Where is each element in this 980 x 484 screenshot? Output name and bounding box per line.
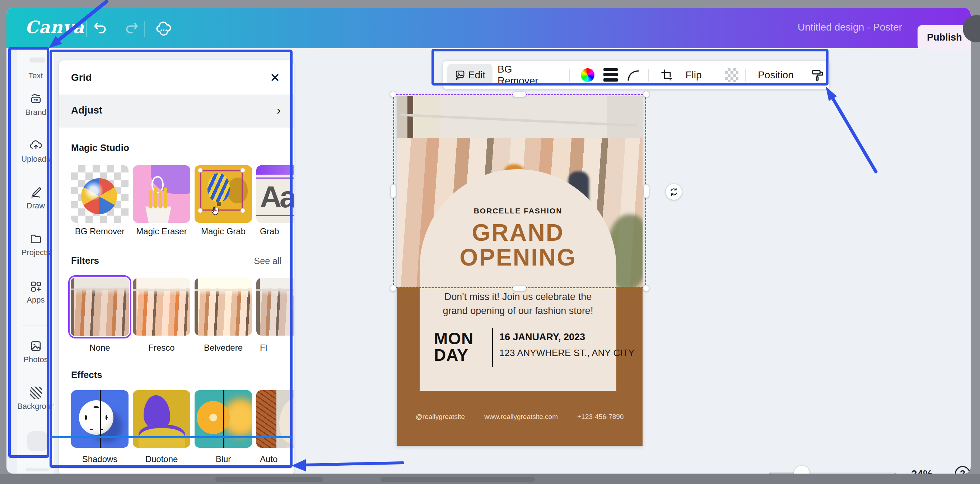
zoom-level-label[interactable]: 24% [911, 468, 932, 474]
apps-grid-icon [17, 280, 54, 293]
sidebar-item-text[interactable]: Text [17, 69, 54, 80]
poster-title-line1: GRAND [472, 219, 564, 246]
grab-handle-dot [198, 168, 202, 173]
poster-title: GRAND OPENING [420, 220, 616, 270]
thumb-label: BG Remover [69, 226, 130, 236]
curve-button[interactable] [622, 61, 644, 89]
hand-cursor-icon [210, 206, 221, 216]
edit-image-icon [455, 70, 465, 80]
folder-icon [17, 232, 54, 246]
selection-handle-top-left[interactable] [390, 91, 396, 97]
poster-footer: @reallygreatsite www.reallygreatsite.com… [397, 413, 643, 421]
selection-handle-left[interactable] [391, 184, 396, 198]
poster-divider [492, 328, 493, 367]
filters-see-all-link[interactable]: See all [254, 256, 282, 266]
effects-heading: Effects [71, 369, 102, 380]
color-picker-button[interactable] [576, 61, 599, 89]
magic-studio-item-magic-eraser[interactable] [133, 165, 190, 223]
sidebar-item-brand[interactable]: co Brand [17, 92, 54, 117]
header-divider [144, 21, 145, 37]
undo-button[interactable] [90, 17, 111, 39]
grabtext-art [256, 177, 294, 179]
screenshot-stage: Canva Untitled design - Poste [0, 0, 980, 484]
canva-logo[interactable]: Canva [25, 17, 84, 37]
background-texture-icon [17, 386, 54, 399]
cloud-save-button[interactable] [153, 17, 175, 39]
transparency-button[interactable] [720, 61, 743, 89]
stroke-weight-icon [603, 68, 618, 81]
filter-thumb-fresco[interactable] [133, 278, 190, 335]
sidebar-placeholder-tile [27, 431, 48, 451]
position-button[interactable]: Position [752, 61, 799, 89]
thumb-label: Shadows [69, 454, 130, 464]
bg-remover-button[interactable]: BG Remover [498, 61, 555, 89]
sidebar-item-uploads[interactable]: Uploads [17, 139, 54, 164]
effect-thumb-autofocus[interactable] [256, 390, 294, 448]
poster-subtitle: Don't miss it! Join us celebrate the gra… [420, 290, 616, 318]
effect-art [279, 397, 294, 448]
photo-icon [17, 339, 54, 353]
upload-cloud-icon [17, 139, 54, 152]
filter-thumb-none [71, 278, 129, 336]
grab-handle-dot [240, 208, 245, 213]
adjust-row[interactable]: Adjust › [59, 94, 294, 128]
close-icon[interactable]: ✕ [267, 70, 283, 86]
copy-style-button[interactable] [808, 61, 827, 89]
filter-art [133, 278, 190, 335]
flip-button[interactable]: Flip [679, 61, 708, 89]
poster-day-line1: MON [434, 329, 474, 348]
selection-handle-top-right[interactable] [643, 91, 649, 97]
effect-thumb-duotone[interactable] [133, 390, 190, 448]
selection-handle-top[interactable] [512, 92, 526, 97]
redo-button[interactable] [121, 17, 142, 39]
header-divider [86, 21, 87, 37]
toolbar-divider [745, 69, 746, 81]
effect-art [197, 401, 230, 434]
draw-pencil-icon [17, 185, 54, 199]
crop-button[interactable] [657, 61, 677, 89]
poster-canvas-page[interactable]: BORCELLE FASHION GRAND OPENING Don't mis… [397, 96, 643, 446]
thumb-label: Magic Eraser [130, 226, 192, 236]
stroke-weight-button[interactable] [600, 61, 621, 89]
selection-handle-bottom-left[interactable] [390, 285, 396, 291]
eraser-art [159, 190, 162, 208]
sidebar-item-label: Uploads [17, 155, 54, 164]
panel-bottom-divider [66, 468, 286, 469]
sidebar-item-draw[interactable]: Draw [17, 185, 54, 211]
help-button[interactable]: ? [955, 466, 970, 474]
thumb-label: Duotone [130, 454, 192, 464]
canva-app-window: Canva Untitled design - Poste [6, 8, 970, 474]
filter-thumb-belvedere[interactable] [194, 278, 252, 335]
cloud-icon [155, 19, 172, 37]
sidebar-item-apps[interactable]: Apps [17, 280, 54, 305]
sidebar-item-photos[interactable]: Photos [17, 339, 54, 364]
selection-handle-bottom[interactable] [512, 286, 526, 291]
eraser-art [164, 188, 167, 208]
selection-handle-bottom-right[interactable] [643, 285, 649, 291]
effect-thumb-blur[interactable] [194, 390, 252, 448]
filter-thumb-flint[interactable] [256, 278, 294, 335]
zoom-slider-thumb[interactable] [794, 466, 810, 474]
edit-button[interactable]: Edit [447, 64, 493, 86]
filter-none-selected-frame[interactable] [68, 275, 131, 339]
effect-split-line [100, 390, 101, 448]
toolbar-divider [648, 69, 649, 81]
magic-studio-item-magic-grab[interactable] [194, 165, 252, 223]
grab-handle-dot [198, 208, 202, 213]
filters-heading: Filters [71, 255, 99, 266]
adjust-label: Adjust [71, 105, 102, 116]
rotate-handle-button[interactable] [665, 184, 682, 200]
document-title[interactable]: Untitled design - Poster [798, 22, 902, 33]
sidebar-item-projects[interactable]: Projects [17, 232, 54, 257]
effect-thumb-shadows[interactable] [71, 390, 129, 448]
color-wheel-icon [581, 68, 595, 82]
eraser-art [143, 202, 174, 223]
magic-studio-item-bg-remover[interactable] [71, 165, 129, 223]
svg-text:co: co [33, 98, 38, 102]
selection-handle-right[interactable] [644, 184, 649, 198]
eraser-art [154, 187, 157, 208]
magic-studio-item-grab-text[interactable]: Aa [256, 165, 294, 223]
thumb-label: Auto [260, 454, 294, 464]
panel-title: Grid [71, 72, 92, 83]
sidebar-item-background[interactable]: Background [17, 386, 54, 411]
